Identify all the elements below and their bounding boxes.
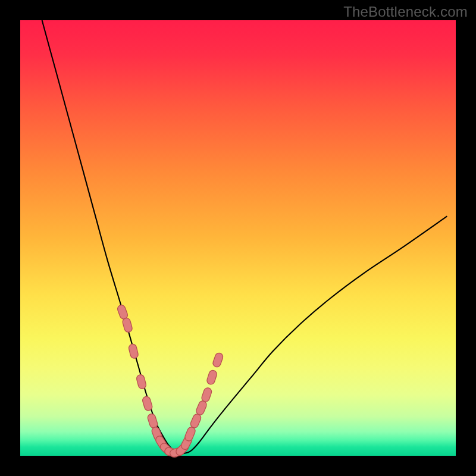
chart-svg: [20, 20, 456, 456]
marker-dot: [147, 413, 159, 429]
marker-dot: [142, 396, 153, 412]
bottleneck-curve: [42, 20, 447, 453]
marker-dot: [184, 426, 196, 442]
watermark-text: TheBottleneck.com: [343, 4, 468, 20]
marker-dot: [201, 387, 212, 403]
marker-dot: [195, 400, 208, 416]
marker-dot: [206, 369, 218, 386]
marker-group: [117, 304, 224, 458]
marker-dot: [189, 413, 202, 429]
chart-frame: TheBottleneck.com: [0, 0, 476, 476]
plot-area: [20, 20, 456, 456]
marker-dot: [122, 317, 133, 333]
marker-dot: [136, 374, 147, 390]
marker-dot: [128, 343, 139, 359]
marker-dot: [212, 352, 224, 368]
marker-dot: [117, 304, 129, 320]
